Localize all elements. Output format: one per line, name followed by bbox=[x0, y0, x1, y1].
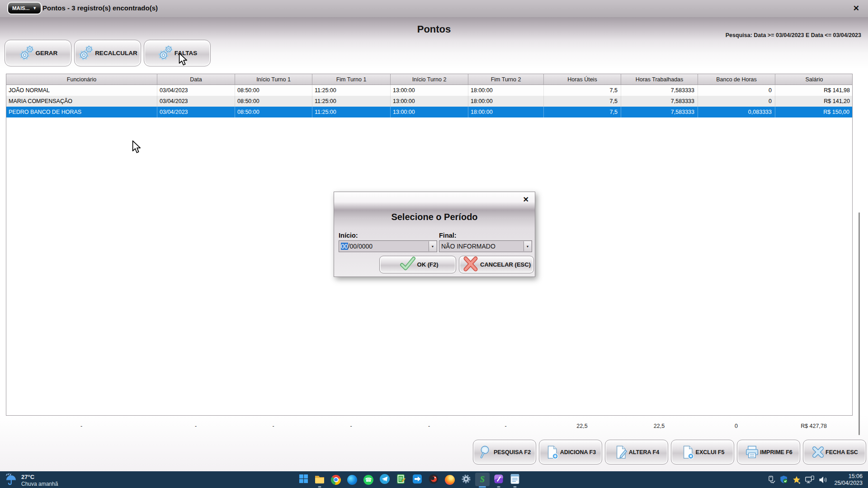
summary-cell: - bbox=[157, 422, 235, 431]
search-icon bbox=[478, 445, 493, 460]
tray-security-shield-icon[interactable] bbox=[779, 475, 788, 484]
table-cell: 08:50:00 bbox=[235, 107, 312, 117]
telegram-icon bbox=[380, 474, 390, 486]
window-close-button[interactable]: ✕ bbox=[853, 4, 859, 13]
taskbar-icon-windows-start[interactable] bbox=[295, 471, 311, 488]
column-header[interactable]: Funcionário bbox=[6, 74, 157, 84]
red-bird-icon bbox=[429, 474, 439, 486]
tray-display-device-icon[interactable] bbox=[805, 475, 815, 484]
taskbar-icon-purple-media[interactable] bbox=[491, 471, 507, 488]
action-button-adiciona-f3[interactable]: ADICIONA F3 bbox=[539, 440, 602, 465]
table-cell: 7,5 bbox=[544, 85, 621, 96]
taskbar-icon-whatsapp[interactable]: ☎ bbox=[360, 471, 377, 488]
toolbar-button-faltas[interactable]: FALTAS bbox=[144, 40, 211, 66]
table-cell: R$ 150,00 bbox=[775, 107, 853, 117]
column-header[interactable]: Horas Úteis bbox=[544, 74, 621, 84]
action-button-exclui-f5[interactable]: EXCLUI F5 bbox=[671, 440, 734, 465]
column-header[interactable]: Fim Turno 1 bbox=[312, 74, 391, 84]
table-row[interactable]: PEDRO BANCO DE HORAS03/04/202308:50:0011… bbox=[6, 107, 852, 117]
table-cell: PEDRO BANCO DE HORAS bbox=[6, 107, 157, 117]
tray-star-icon[interactable] bbox=[792, 475, 801, 484]
dialog-title: Selecione o Período bbox=[334, 212, 535, 222]
taskbar-clock[interactable]: 15:06 25/04/2023 bbox=[834, 473, 863, 487]
red-x-icon bbox=[462, 256, 479, 273]
action-button-altera-f4[interactable]: ALTERA F4 bbox=[605, 440, 668, 465]
table-cell: R$ 141,20 bbox=[775, 96, 853, 107]
summary-cell: R$ 427,78 bbox=[775, 422, 853, 431]
ok-button[interactable]: OK (F2) bbox=[379, 256, 456, 273]
column-header[interactable]: Horas Trabalhadas bbox=[621, 74, 698, 84]
cancel-button-label: CANCELAR (ESC) bbox=[480, 261, 531, 268]
final-dropdown-button[interactable]: ▼ bbox=[524, 241, 531, 251]
clock-date: 25/04/2023 bbox=[834, 480, 863, 487]
table-row[interactable]: MARIA COMPENSAÇÃO03/04/202308:50:0011:25… bbox=[6, 96, 852, 107]
windows-start-icon bbox=[299, 474, 308, 485]
taskbar-icon-file-explorer[interactable] bbox=[311, 471, 328, 488]
chevron-down-icon: ▼ bbox=[33, 6, 37, 10]
taskbar-icon-telegram[interactable] bbox=[377, 471, 393, 488]
taskbar-icon-notepad[interactable] bbox=[507, 471, 523, 488]
cancel-button[interactable]: CANCELAR (ESC) bbox=[459, 256, 534, 273]
summary-cell: - bbox=[312, 422, 390, 431]
summary-cell: - bbox=[390, 422, 468, 431]
table-cell: JOÃO NORMAL bbox=[6, 85, 157, 96]
mais-menu-label: MAIS... bbox=[12, 5, 29, 11]
toolbar-button-label: RECALCULAR bbox=[95, 50, 137, 56]
taskbar-icon-gear-tool[interactable] bbox=[458, 471, 474, 488]
system-tray bbox=[767, 471, 828, 488]
chrome-icon bbox=[331, 475, 341, 485]
taskbar-icon-erp-app[interactable]: S bbox=[474, 471, 491, 488]
taskbar-icon-chrome[interactable] bbox=[328, 471, 344, 488]
table-cell: 13:00:00 bbox=[391, 96, 468, 107]
action-button-label: ALTERA F4 bbox=[629, 449, 659, 455]
toolbar-button-gerar[interactable]: GERAR bbox=[5, 40, 71, 66]
table-scrollbar[interactable] bbox=[859, 212, 860, 435]
taskbar-app-icons: ☎S bbox=[295, 471, 523, 488]
table-cell: 7,5 bbox=[544, 96, 621, 107]
toolbar-button-recalcular[interactable]: RECALCULAR bbox=[74, 40, 141, 66]
inicio-date-combobox[interactable]: 00/00/0000 ▼ bbox=[339, 240, 437, 252]
taskbar-icon-green-notes[interactable] bbox=[393, 471, 409, 488]
column-header[interactable]: Banco de Horas bbox=[698, 74, 775, 84]
inicio-dropdown-button[interactable]: ▼ bbox=[429, 241, 436, 251]
final-date-combobox[interactable]: NÃO INFORMADO ▼ bbox=[439, 240, 532, 252]
table-cell: 11:25:00 bbox=[312, 85, 391, 96]
inicio-label: Início: bbox=[339, 232, 358, 239]
mouse-cursor bbox=[132, 140, 141, 155]
action-button-imprime-f6[interactable]: IMPRIME F6 bbox=[737, 440, 800, 465]
app-window: MAIS... ▼ Pontos - 3 registro(s) encontr… bbox=[0, 0, 868, 488]
check-icon bbox=[397, 256, 416, 273]
dialog-close-button[interactable]: ✕ bbox=[523, 195, 529, 204]
summary-cell: 0 bbox=[698, 422, 775, 431]
taskbar-weather-widget[interactable]: 27°C Chuva amanhã bbox=[5, 473, 58, 488]
taskbar-icon-edge[interactable] bbox=[344, 471, 360, 488]
tray-speaker-icon[interactable] bbox=[818, 475, 828, 484]
column-header[interactable]: Início Turno 2 bbox=[391, 74, 468, 84]
taskbar-icon-firefox[interactable] bbox=[442, 471, 458, 488]
action-button-pesquisa-f2[interactable]: PESQUISA F2 bbox=[473, 440, 536, 465]
table-cell: 08:50:00 bbox=[235, 96, 312, 107]
gears-icon bbox=[157, 44, 174, 61]
chevron-down-icon: ▼ bbox=[526, 245, 529, 248]
taskbar-icon-red-bird[interactable] bbox=[425, 471, 442, 488]
final-label: Final: bbox=[439, 232, 457, 239]
column-header[interactable]: Data bbox=[157, 74, 235, 84]
action-button-fecha-esc[interactable]: FECHA ESC bbox=[803, 440, 866, 465]
table-row[interactable]: JOÃO NORMAL03/04/202308:50:0011:25:0013:… bbox=[6, 85, 852, 96]
column-header[interactable]: Início Turno 1 bbox=[235, 74, 312, 84]
running-app-indicator bbox=[318, 486, 321, 488]
summary-cell: - bbox=[6, 422, 157, 431]
taskbar-icon-blue-arrow[interactable] bbox=[409, 471, 425, 488]
blue-arrow-icon bbox=[412, 474, 422, 486]
summary-cell: 22,5 bbox=[543, 422, 621, 431]
firefox-icon bbox=[445, 475, 455, 485]
column-header[interactable]: Salário bbox=[775, 74, 853, 84]
tray-usb-device-icon[interactable] bbox=[767, 475, 776, 484]
column-header[interactable]: Fim Turno 2 bbox=[468, 74, 544, 84]
gears-icon bbox=[19, 44, 35, 61]
table-cell: 7,583333 bbox=[621, 85, 698, 96]
table-cell: 0 bbox=[698, 96, 775, 107]
table-cell: 7,583333 bbox=[621, 107, 698, 117]
doc-add-icon bbox=[545, 445, 560, 460]
mais-menu-button[interactable]: MAIS... ▼ bbox=[7, 2, 42, 14]
